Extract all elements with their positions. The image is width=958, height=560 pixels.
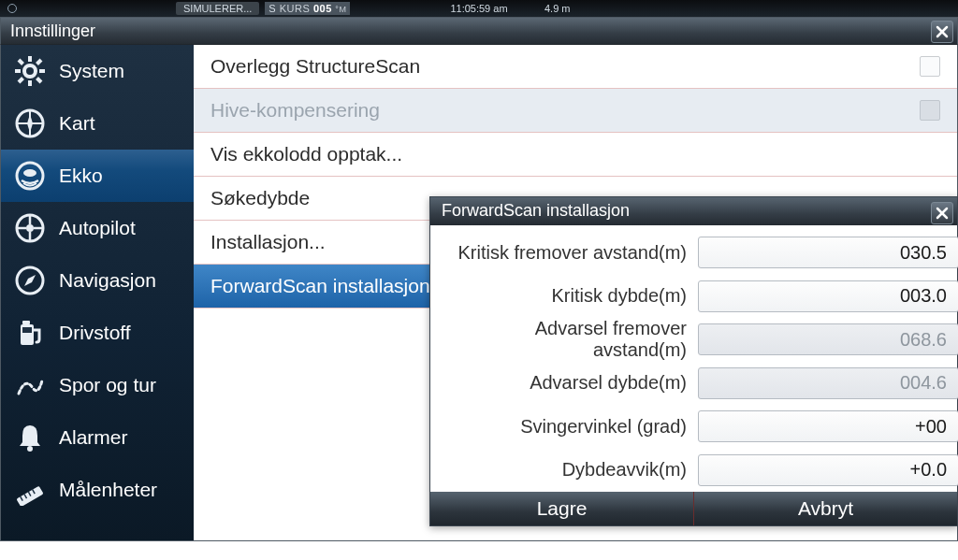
settings-titlebar: Innstillinger (0, 17, 958, 45)
ruler-icon (14, 474, 46, 506)
sidebar-item-alarmer[interactable]: Alarmer (1, 411, 194, 464)
course-unit: °M (335, 5, 346, 14)
svg-point-18 (26, 224, 34, 232)
svingervinkel-input[interactable] (698, 410, 958, 442)
svg-line-8 (37, 79, 42, 83)
depth-readout: 4.9 m (544, 3, 571, 14)
field-advarsel-dybde: Advarsel dybde(m) (440, 361, 948, 405)
row-vis-ekkolodd-opptak[interactable]: Vis ekkolodd opptak... (194, 133, 957, 177)
checkbox[interactable] (920, 56, 940, 77)
svg-point-2 (24, 65, 36, 77)
field-kritisk-fremover-avstand: Kritisk fremover avstand(m) (440, 231, 948, 275)
settings-title: Innstillinger (10, 22, 95, 41)
field-label: Dybdeavvik(m) (440, 459, 698, 481)
sidebar-item-label: Autopilot (59, 217, 136, 239)
globe-icon (7, 4, 17, 13)
row-label: Søkedybde (210, 187, 310, 209)
svg-rect-27 (22, 321, 30, 324)
sidebar-item-system[interactable]: System (1, 45, 194, 97)
bell-icon (14, 422, 46, 453)
dybdeavvik-input[interactable] (698, 454, 958, 486)
field-dybdeavvik: Dybdeavvik(m) (440, 448, 948, 492)
sidebar-item-maalenheter[interactable]: Målenheter (1, 464, 194, 516)
svg-marker-14 (27, 114, 33, 133)
row-overlegg-structurescan[interactable]: Overlegg StructureScan (194, 45, 957, 89)
sidebar-item-label: Ekko (59, 165, 103, 187)
row-label: Overlegg StructureScan (210, 55, 420, 78)
sidebar-item-ekko[interactable]: Ekko (1, 150, 194, 202)
kritisk-fremover-avstand-input[interactable] (698, 237, 958, 268)
field-advarsel-fremover-avstand: Advarsel fremover avstand(m) (440, 318, 948, 362)
sidebar-item-label: Alarmer (59, 426, 128, 449)
svg-line-7 (19, 60, 23, 65)
close-icon (936, 25, 949, 38)
field-label: Advarsel dybde(m) (440, 372, 698, 394)
course-prefix: S (269, 3, 276, 14)
forwardscan-titlebar: ForwardScan installasjon (430, 197, 957, 225)
row-label: Hive-kompensering (210, 99, 380, 122)
sidebar-item-label: Spor og tur (59, 374, 156, 396)
sidebar-item-label: System (59, 60, 124, 82)
checkbox (920, 100, 940, 121)
settings-sidebar: System Kart Ekko Autopilot Navigasjon (1, 45, 194, 540)
kritisk-dybde-input[interactable] (698, 280, 958, 312)
advarsel-fremover-avstand-input (698, 323, 958, 355)
sidebar-item-navigasjon[interactable]: Navigasjon (1, 254, 194, 307)
forwardscan-body: Kritisk fremover avstand(m) Kritisk dybd… (430, 225, 957, 492)
sidebar-item-label: Navigasjon (59, 269, 156, 292)
wheel-icon (14, 212, 46, 244)
field-label: Kritisk dybde(m) (440, 285, 698, 307)
sidebar-item-label: Drivstoff (59, 322, 131, 344)
course-label: KURS (280, 3, 311, 14)
gear-icon (14, 55, 46, 87)
sim-chip: SIMULERER... (176, 2, 259, 15)
sonar-icon (14, 160, 46, 192)
field-kritisk-dybde: Kritisk dybde(m) (440, 274, 948, 318)
forwardscan-close-button[interactable] (931, 202, 953, 224)
forwardscan-footer: Lagre Avbryt (430, 492, 957, 525)
sidebar-item-autopilot[interactable]: Autopilot (1, 202, 194, 254)
forwardscan-dialog: ForwardScan installasjon Kritisk fremove… (429, 196, 958, 526)
field-label: Svingervinkel (grad) (440, 416, 698, 438)
forwardscan-title: ForwardScan installasjon (442, 201, 630, 221)
field-svingervinkel: Svingervinkel (grad) (440, 405, 948, 449)
chart-icon (14, 108, 46, 139)
svg-line-9 (19, 79, 23, 83)
sidebar-item-label: Kart (59, 112, 95, 135)
row-label: Installasjon... (210, 231, 326, 253)
sidebar-item-spor[interactable]: Spor og tur (1, 359, 194, 411)
close-icon (936, 207, 949, 220)
cancel-button[interactable]: Avbryt (693, 492, 957, 525)
advarsel-dybde-input (698, 367, 958, 399)
sidebar-item-label: Målenheter (59, 479, 157, 501)
row-label: ForwardScan installasjon... (210, 275, 446, 297)
course-chip: S KURS 005 °M (265, 2, 350, 15)
course-value: 005 (313, 3, 332, 14)
sidebar-item-drivstoff[interactable]: Drivstoff (1, 307, 194, 359)
track-icon (14, 369, 46, 401)
row-label: Vis ekkolodd opptak... (210, 143, 402, 165)
clock: 11:05:59 am (450, 3, 507, 14)
svg-point-16 (23, 169, 36, 177)
svg-rect-26 (22, 327, 32, 333)
svg-point-28 (27, 446, 33, 452)
status-bar: SIMULERER... S KURS 005 °M 11:05:59 am 4… (0, 0, 958, 17)
svg-line-10 (37, 60, 42, 65)
svg-marker-24 (24, 275, 36, 286)
field-label: Kritisk fremover avstand(m) (440, 242, 698, 264)
sidebar-item-kart[interactable]: Kart (1, 97, 194, 150)
field-label: Advarsel fremover avstand(m) (440, 318, 698, 361)
settings-close-button[interactable] (931, 21, 953, 43)
row-hive-kompensering: Hive-kompensering (194, 89, 957, 133)
compass-icon (14, 265, 46, 296)
save-button[interactable]: Lagre (430, 492, 693, 525)
fuel-icon (14, 317, 46, 349)
